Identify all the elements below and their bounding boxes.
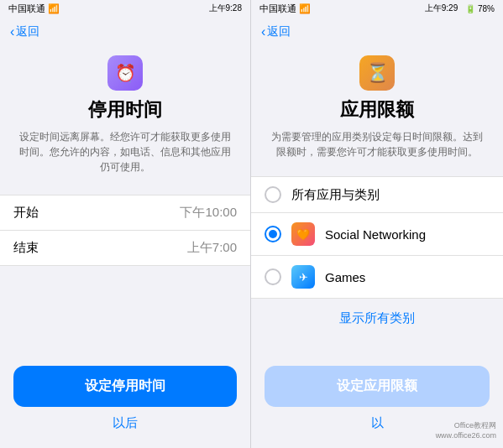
left-app-icon: ⏰ [107, 55, 143, 91]
left-form-row-start[interactable]: 开始 下午10:00 [0, 195, 250, 231]
right-battery: 78% [478, 4, 495, 13]
left-header: ⏰ 停用时间 设定时间远离屏幕。经您许可才能获取更多使用时间。您允许的内容，如电… [0, 47, 250, 188]
left-form-section: 开始 下午10:00 结束 上午7:00 [0, 195, 250, 266]
left-later-link[interactable]: 以后 [113, 415, 138, 431]
left-back-chevron-icon: ‹ [10, 24, 14, 39]
right-back-button[interactable]: ‹ 返回 [261, 24, 291, 39]
watermark-line1: Office教程网 [436, 420, 496, 431]
radio-all[interactable] [265, 186, 281, 203]
radio-social[interactable] [265, 226, 281, 242]
left-form-row-end[interactable]: 结束 上午7:00 [0, 231, 250, 265]
show-all-categories-link[interactable]: 显示所有类别 [251, 299, 503, 338]
right-carrier: 中国联通 [259, 3, 296, 15]
right-time: 上午9:29 [425, 3, 458, 14]
left-time: 上午9:28 [209, 3, 242, 14]
left-nav-bar: ‹ 返回 [0, 17, 250, 47]
left-back-label: 返回 [16, 24, 39, 39]
right-battery-icon: 🔋 [465, 4, 475, 13]
right-page-title: 应用限额 [340, 97, 414, 122]
right-list-section: 所有应用与类别 🧡 Social Networking ✈ Games [251, 176, 503, 299]
right-app-icon: ⏳ [359, 55, 395, 91]
radio-games[interactable] [265, 268, 281, 285]
left-wifi-icon: 📶 [48, 3, 60, 14]
right-later-link[interactable]: 以 [371, 415, 384, 431]
category-all-label: 所有应用与类别 [291, 187, 490, 203]
left-panel: 中国联通 📶 上午9:28 ‹ 返回 ⏰ 停用时间 设定时间远离屏幕。经您许可才… [0, 0, 251, 448]
left-primary-button[interactable]: 设定停用时间 [13, 366, 237, 407]
list-item-all[interactable]: 所有应用与类别 [251, 177, 503, 213]
left-carrier: 中国联通 [8, 3, 45, 15]
right-back-chevron-icon: ‹ [261, 24, 265, 39]
left-end-value: 上午7:00 [187, 240, 237, 256]
right-wifi-icon: 📶 [299, 3, 311, 14]
right-nav-bar: ‹ 返回 [251, 17, 503, 47]
left-app-icon-glyph: ⏰ [115, 63, 136, 83]
left-end-label: 结束 [13, 240, 39, 256]
list-item-games[interactable]: ✈ Games [251, 256, 503, 298]
left-bottom-area: 设定停用时间 以后 [0, 356, 250, 448]
social-networking-icon: 🧡 [291, 222, 315, 246]
list-item-social[interactable]: 🧡 Social Networking [251, 213, 503, 256]
games-icon: ✈ [291, 265, 315, 289]
right-header: ⏳ 应用限额 为需要管理的应用类别设定每日时间限额。达到限额时，需要您许可才能获… [251, 47, 503, 173]
left-page-desc: 设定时间远离屏幕。经您许可才能获取更多使用时间。您允许的内容，如电话、信息和其他… [17, 129, 233, 175]
left-back-button[interactable]: ‹ 返回 [10, 24, 39, 39]
right-page-desc: 为需要管理的应用类别设定每日时间限额。达到限额时，需要您许可才能获取更多使用时间… [268, 129, 486, 159]
radio-social-inner [269, 230, 277, 238]
watermark: Office教程网 www.office26.com [436, 420, 496, 441]
right-app-icon-glyph: ⏳ [366, 62, 389, 84]
right-back-label: 返回 [267, 24, 291, 39]
left-start-label: 开始 [13, 205, 39, 221]
left-page-title: 停用时间 [88, 97, 162, 122]
right-status-bar: 中国联通 📶 上午9:29 🔋 78% [251, 0, 503, 17]
left-start-value: 下午10:00 [180, 205, 237, 221]
right-primary-button[interactable]: 设定应用限额 [265, 366, 490, 407]
watermark-line2: www.office26.com [436, 430, 496, 441]
left-status-bar: 中国联通 📶 上午9:28 [0, 0, 250, 17]
category-social-label: Social Networking [325, 227, 490, 242]
right-panel: 中国联通 📶 上午9:29 🔋 78% ‹ 返回 ⏳ 应用限额 为需要管理的应用… [251, 0, 503, 448]
category-games-label: Games [325, 270, 490, 284]
